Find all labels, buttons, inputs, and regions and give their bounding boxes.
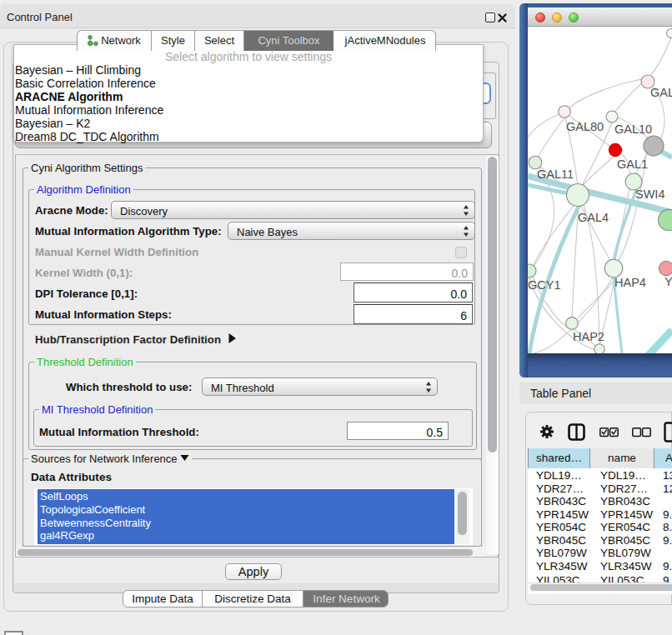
svg-text:HAP4: HAP4 (614, 276, 646, 289)
svg-text:HAP2: HAP2 (573, 330, 604, 343)
svg-text:GAL4: GAL4 (578, 211, 609, 224)
svg-text:GAL11: GAL11 (537, 168, 574, 181)
svg-text:GAL1: GAL1 (617, 158, 648, 171)
svg-text:SWI4: SWI4 (635, 188, 664, 201)
svg-text:GAL80: GAL80 (566, 120, 604, 133)
svg-text:GCY1: GCY1 (528, 278, 561, 292)
svg-text:GAL: GAL (650, 86, 672, 99)
svg-text:Y: Y (664, 275, 672, 288)
svg-text:GAL10: GAL10 (614, 122, 652, 136)
